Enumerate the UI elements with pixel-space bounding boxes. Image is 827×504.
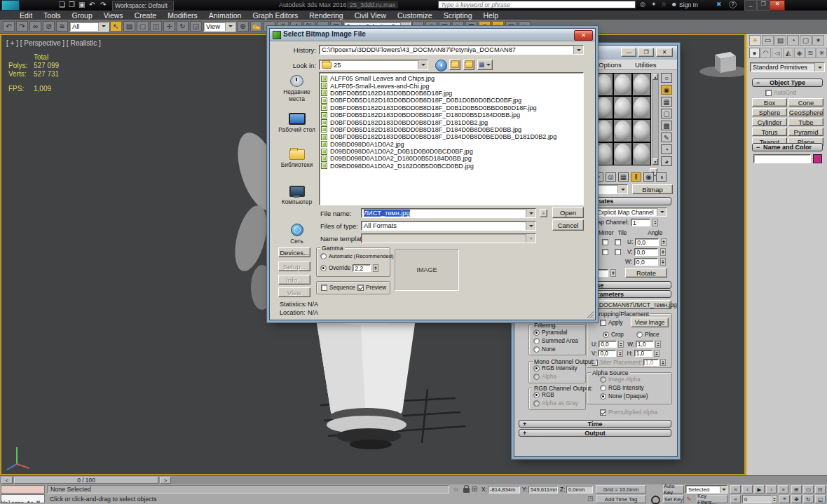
- material-slot[interactable]: [632, 119, 651, 142]
- y-coordinate-field[interactable]: 549,611mm: [528, 486, 558, 493]
- open-button[interactable]: Open: [552, 207, 584, 218]
- file-item[interactable]: D09BD098D0A1D0A2_D0B1D0B0D0BCD0BF.jpg: [321, 148, 582, 155]
- alpha-rgb-intensity-radio[interactable]: [600, 385, 606, 391]
- use-pivot-center-icon[interactable]: ⊕: [237, 21, 249, 32]
- tab-hierarchy[interactable]: ▤: [774, 35, 786, 46]
- transform-type-in-icon[interactable]: ⊞: [472, 485, 477, 493]
- setup-button[interactable]: Setup...: [278, 261, 310, 271]
- crop-h-spinner[interactable]: [654, 350, 659, 357]
- file-list[interactable]: ALFF05 Small Leaves and Chips.jpg ALFF05…: [319, 72, 584, 205]
- menu-graph-editors[interactable]: Graph Editors: [247, 11, 303, 20]
- gamma-automatic-radio[interactable]: [320, 253, 327, 259]
- dialog-titlebar[interactable]: Select Bitmap Image File ✕: [270, 29, 595, 41]
- crop-radio[interactable]: [603, 332, 609, 338]
- menu-animation[interactable]: Animation: [203, 11, 247, 20]
- place-computer[interactable]: Компьютер: [277, 186, 317, 205]
- angle-v-spinner[interactable]: [660, 248, 666, 256]
- category-lights[interactable]: ◅: [772, 48, 782, 58]
- cylinder-button[interactable]: Cylinder: [752, 118, 787, 126]
- category-shapes[interactable]: ◠: [760, 48, 771, 58]
- crop-u-field[interactable]: 0,0: [599, 341, 617, 348]
- rotate-button[interactable]: Rotate: [625, 268, 667, 278]
- material-slot[interactable]: [613, 96, 632, 119]
- selection-filter-dropdown[interactable]: All: [69, 22, 109, 32]
- favorites-icon[interactable]: ☆: [661, 1, 667, 8]
- file-item[interactable]: D0BFD0B5D182D183D0BDD0B8D18F_D184D0B8D0B…: [321, 133, 582, 140]
- new-file-icon[interactable]: ❏: [59, 1, 65, 8]
- menu-utilities[interactable]: Utilities: [635, 61, 657, 69]
- sequence-checkbox[interactable]: [321, 285, 327, 291]
- place-radio[interactable]: [636, 332, 643, 338]
- none-opaque-radio[interactable]: [600, 393, 606, 400]
- primitive-category-dropdown[interactable]: Standard Primitives: [750, 62, 825, 72]
- map-channel-spinner[interactable]: [652, 219, 658, 226]
- current-frame-field[interactable]: 0: [742, 495, 772, 503]
- search-input[interactable]: [438, 1, 636, 8]
- menu-help[interactable]: Help: [477, 11, 504, 20]
- file-item[interactable]: D09BD098D0A1D0A2.jpg: [321, 141, 582, 148]
- key-step-button[interactable]: «: [730, 495, 741, 503]
- object-color-swatch[interactable]: [813, 154, 822, 163]
- category-cameras[interactable]: ◭: [783, 48, 793, 58]
- zoom-all-button[interactable]: ⊞: [791, 485, 802, 493]
- apply-checkbox[interactable]: [600, 320, 606, 326]
- category-geometry[interactable]: ●: [749, 48, 760, 58]
- file-item[interactable]: D09BD098D0A1D0A2_D182D0B5D0BCD0BD.jpg: [321, 163, 582, 170]
- cone-button[interactable]: Cone: [788, 98, 823, 107]
- sample-type-icon[interactable]: ○: [661, 73, 672, 83]
- pyramid-button[interactable]: Pyramid: [788, 128, 823, 136]
- redo-icon[interactable]: ↷: [100, 1, 106, 8]
- maximize-viewport-button[interactable]: ◱: [815, 495, 826, 503]
- select-rotate-icon[interactable]: ↻: [177, 21, 189, 32]
- view-button[interactable]: View: [278, 287, 310, 297]
- material-slot[interactable]: [632, 96, 651, 119]
- community-icon[interactable]: ✦: [651, 1, 657, 8]
- key-mode-icon[interactable]: ∿: [686, 495, 692, 502]
- go-to-end-button[interactable]: »: [778, 485, 788, 493]
- show-map-in-viewport-icon[interactable]: ‖: [631, 172, 641, 182]
- save-icon[interactable]: ▣: [78, 1, 85, 8]
- angle-u-spinner[interactable]: [661, 238, 667, 246]
- alpha-as-gray-radio[interactable]: [533, 400, 540, 407]
- crop-w-field[interactable]: 1,0: [636, 341, 654, 348]
- rgb-intensity-radio[interactable]: [533, 365, 540, 372]
- rgb-radio[interactable]: [533, 392, 540, 398]
- map-type-button[interactable]: Bitmap: [632, 184, 673, 194]
- restore-button[interactable]: ❐: [638, 48, 654, 57]
- material-slot[interactable]: [632, 142, 651, 165]
- files-of-type-dropdown[interactable]: All Formats: [361, 221, 536, 231]
- file-name-combo[interactable]: ЛИСТ_темн.jpg: [361, 208, 536, 218]
- next-frame-button[interactable]: ›: [766, 485, 777, 493]
- restore-button[interactable]: ❐: [757, 0, 770, 11]
- tab-modify[interactable]: ▭: [762, 35, 774, 46]
- assign-material-icon[interactable]: ◎: [606, 172, 616, 182]
- category-spacewarps[interactable]: ≋: [805, 48, 816, 58]
- geosphere-button[interactable]: GeoSphere: [788, 108, 823, 116]
- info-button[interactable]: Info...: [278, 275, 310, 285]
- go-forward-icon[interactable]: ◑: [656, 172, 667, 182]
- link-icon[interactable]: ∞: [29, 21, 41, 32]
- file-item[interactable]: D0BFD0B5D182D183D0BDD0B8D18F_D0B1D0B0D0B…: [321, 97, 582, 104]
- set-key-button[interactable]: Set Key: [663, 495, 684, 503]
- x-coordinate-field[interactable]: -814,834m: [488, 486, 520, 493]
- file-item[interactable]: D0BFD0B5D182D183D0BDD0B8D18F_D0B1D0B5D0B…: [321, 104, 582, 111]
- category-helpers[interactable]: ◈: [794, 48, 805, 58]
- undo-icon[interactable]: ↶: [3, 21, 15, 32]
- gamma-override-radio[interactable]: [320, 265, 327, 271]
- sample-tiling-icon[interactable]: ▢: [661, 109, 672, 118]
- help-icon[interactable]: ?: [729, 1, 737, 8]
- view-image-button[interactable]: View Image: [631, 318, 669, 327]
- close-button[interactable]: ✕: [656, 48, 673, 57]
- max-logo-icon[interactable]: [1, 0, 20, 11]
- workspace-dropdown[interactable]: Workspace: Default: [112, 1, 174, 11]
- object-type-rollout[interactable]: − Object Type: [752, 79, 823, 87]
- file-item[interactable]: D0BFD0B5D182D183D0BDD0B8D18F_D184D0B8D0B…: [321, 126, 582, 133]
- play-button[interactable]: ▶: [754, 485, 765, 493]
- minimize-button[interactable]: —: [621, 48, 636, 57]
- category-systems[interactable]: ✳: [816, 48, 827, 58]
- search-icon[interactable]: ◎: [640, 1, 645, 8]
- select-by-material-icon[interactable]: ◕: [661, 156, 672, 166]
- preview-checkbox[interactable]: [357, 285, 364, 291]
- history-dropdown[interactable]: C:\Проекты\3DDD\Flowers\43_DOCMAN87\Pety…: [319, 45, 584, 55]
- crop-w-spinner[interactable]: [655, 341, 661, 348]
